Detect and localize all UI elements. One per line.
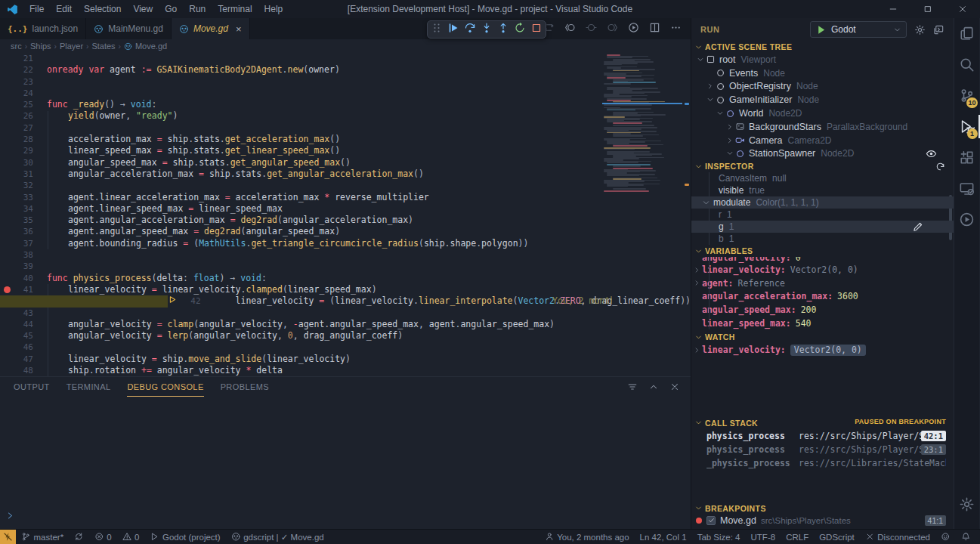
code-line[interactable]: 27 [0, 122, 691, 134]
editor-action-step-back-button[interactable] [564, 22, 576, 36]
status-item-disconnected[interactable]: Disconnected [860, 530, 935, 544]
panel-tab-output[interactable]: OUTPUT [14, 377, 50, 397]
tab-move-gd[interactable]: Move.gd× [172, 18, 250, 39]
code-line[interactable]: 22onready var agent := GSAIKinematicBody… [0, 64, 691, 76]
status-item-ln-42-col-1[interactable]: Ln 42, Col 1 [635, 530, 692, 544]
chevron-right-icon[interactable] [691, 347, 702, 354]
menu-edit[interactable]: Edit [51, 2, 77, 16]
chevron-down-icon[interactable] [706, 96, 715, 104]
section-header-scene-tree[interactable]: ACTIVE SCENE TREE [691, 41, 954, 53]
code-line[interactable]: 34agent.linear_speed_max = linear_speed_… [0, 203, 691, 215]
code-line[interactable]: 38 [0, 249, 691, 261]
breakpoint-row[interactable]: Move.gdsrc\Ships\Player\States41:1 [691, 515, 954, 527]
breakpoint-gutter[interactable] [0, 354, 14, 365]
tree-row-objectregistry[interactable]: ObjectRegistryNode [691, 80, 954, 94]
status-item-bell[interactable] [956, 530, 976, 544]
panel-tab-debug-console[interactable]: DEBUG CONSOLE [127, 377, 203, 397]
activity-item-gear[interactable] [954, 489, 980, 520]
code-editor[interactable]: 2122onready var agent := GSAIKinematicBo… [0, 53, 691, 376]
breakpoint-gutter[interactable] [0, 145, 14, 156]
chevron-down-icon[interactable] [716, 110, 725, 117]
variable-row[interactable]: linear_speed_max:540 [691, 317, 954, 330]
debug-step-over-button[interactable] [464, 22, 476, 37]
breakpoint-gutter[interactable] [0, 122, 14, 134]
breakpoint-gutter[interactable] [0, 261, 14, 272]
variable-row[interactable]: linear_velocity:Vector2(0, 0) [691, 263, 954, 277]
breakpoint-gutter[interactable] [0, 76, 14, 88]
code-line[interactable]: 42linear_velocity = (linear_velocity.lin… [0, 295, 691, 307]
tree-row-stationspawner[interactable]: StationSpawnerNode2D [691, 147, 954, 161]
start-debug-icon[interactable] [815, 24, 827, 36]
chevron-right-icon[interactable] [691, 280, 702, 286]
tree-row-events[interactable]: EventsNode [691, 66, 954, 80]
chevron-down-icon[interactable] [702, 199, 710, 207]
variable-row[interactable]: angular_velocity:0 [691, 257, 954, 263]
code-line[interactable]: 26yield(owner, "ready") [0, 110, 691, 122]
chevron-down-icon[interactable] [696, 56, 705, 63]
debug-console-open-icon[interactable] [933, 24, 944, 36]
tree-row-root[interactable]: rootViewport [691, 53, 954, 66]
status-item-master-[interactable]: master* [16, 530, 69, 544]
breadcrumb[interactable]: src›Ships›Player›States›Move.gd [0, 39, 691, 53]
code-line[interactable]: 32 [0, 180, 691, 191]
remote-indicator[interactable] [0, 530, 16, 544]
status-item-feedback[interactable] [935, 530, 956, 544]
code-line[interactable]: 31angular_acceleration_max = ship.stats.… [0, 168, 691, 180]
code-line[interactable]: 37agent.bounding_radius = (MathUtils.get… [0, 238, 691, 249]
breakpoint-gutter[interactable] [0, 365, 14, 376]
breadcrumb-item[interactable]: src [11, 42, 22, 51]
inspector-row-visible[interactable]: visibletrue [691, 184, 954, 196]
code-line[interactable]: 44angular_velocity = clamp(angular_veloc… [0, 319, 691, 330]
activity-item-files[interactable] [954, 18, 980, 49]
code-line[interactable]: 35agent.angular_acceleration_max = deg2r… [0, 215, 691, 226]
status-item-0[interactable]: 0 [89, 530, 117, 544]
section-header-variables[interactable]: VARIABLES [691, 245, 954, 257]
breakpoint-gutter[interactable] [0, 64, 14, 76]
tree-row-camera[interactable]: CameraCamera2D [691, 134, 954, 147]
code-line[interactable]: 30angular_speed_max = ship.stats.get_ang… [0, 157, 691, 168]
minimap[interactable] [602, 53, 682, 376]
breakpoint-gutter[interactable] [0, 203, 14, 215]
menu-terminal[interactable]: Terminal [212, 2, 257, 16]
breakpoint-gutter[interactable] [0, 168, 14, 180]
code-line[interactable]: 40func physics_process(delta: float) → v… [0, 273, 691, 284]
status-item-godot-project-[interactable]: Godot (project) [144, 530, 225, 544]
breakpoint-gutter[interactable] [0, 88, 14, 99]
debug-console-prompt[interactable] [6, 509, 14, 523]
breakpoint-gutter[interactable] [0, 319, 14, 330]
debug-restart-button[interactable] [514, 22, 526, 37]
breakpoint-gutter[interactable] [0, 180, 14, 191]
inspector-row-b[interactable]: b1 [691, 233, 954, 245]
tree-row-world[interactable]: WorldNode2D [691, 107, 954, 120]
activity-item-search[interactable] [954, 49, 980, 80]
debug-settings-gear-icon[interactable] [914, 24, 926, 36]
status-item-crlf[interactable]: CRLF [781, 530, 814, 544]
breakpoint-checkbox[interactable] [706, 516, 716, 525]
breakpoint-gutter[interactable] [0, 238, 14, 249]
breakpoint-gutter[interactable] [0, 192, 14, 203]
inspector-row-modulate[interactable]: modulateColor(1, 1, 1, 1) [691, 196, 954, 209]
breakpoint-gutter[interactable] [0, 215, 14, 226]
breakpoint-dot-icon[interactable] [4, 286, 11, 293]
tree-row-gameinitializer[interactable]: GameInitializerNode [691, 93, 954, 107]
code-line[interactable]: 43 [0, 308, 691, 319]
filter-icon[interactable] [627, 382, 638, 392]
launch-config-dropdown[interactable]: Godot [810, 21, 907, 38]
section-header-call-stack[interactable]: CALL STACK PAUSED ON BREAKPOINT [691, 417, 954, 429]
edit-pencil-icon[interactable] [912, 221, 923, 233]
section-header-watch[interactable]: WATCH [691, 331, 954, 343]
code-line[interactable]: 46 [0, 342, 691, 353]
editor-action-reverse-dot-button[interactable] [586, 22, 597, 36]
debug-step-out-button[interactable] [497, 22, 509, 37]
close-button[interactable] [945, 0, 980, 18]
menu-view[interactable]: View [128, 2, 158, 16]
activity-item-debug[interactable]: 1 [954, 111, 980, 142]
breakpoint-gutter[interactable] [0, 226, 14, 237]
code-line[interactable]: 41linear_velocity = linear_velocity.clam… [0, 284, 691, 295]
code-line[interactable]: 47linear_velocity = ship.move_and_slide(… [0, 354, 691, 365]
breakpoint-gutter[interactable] [0, 308, 14, 319]
activity-item-source-control[interactable]: 10 [954, 80, 980, 111]
breakpoint-gutter[interactable] [0, 53, 14, 64]
breadcrumb-file[interactable]: Move.gd [135, 42, 167, 51]
variable-row[interactable]: angular_speed_max:200 [691, 303, 954, 317]
